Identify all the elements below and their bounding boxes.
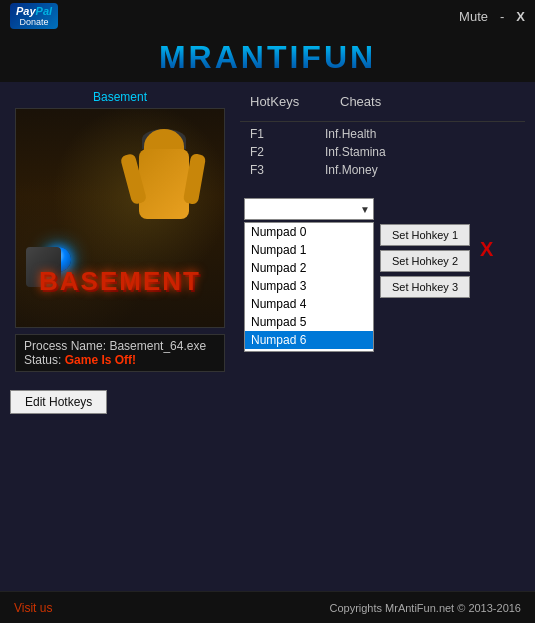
cheat-key: F3 xyxy=(250,163,305,177)
edit-hotkeys-area: Edit Hotkeys xyxy=(0,380,535,424)
key-list-item[interactable]: Numpad 3 xyxy=(245,277,373,295)
hotkeys-header: HotKeys xyxy=(250,94,310,109)
process-label: Process Name: xyxy=(24,339,106,353)
set-hotkey-buttons: Set Hohkey 1 Set Hohkey 2 Set Hohkey 3 xyxy=(380,224,470,298)
cheats-header: Cheats xyxy=(340,94,381,109)
close-button[interactable]: X xyxy=(516,9,525,24)
cheat-list: F1Inf.HealthF2Inf.StaminaF3Inf.Money xyxy=(240,126,525,178)
paypal-text: PayPal xyxy=(16,5,52,17)
cheat-row: F2Inf.Stamina xyxy=(244,144,521,160)
key-listbox[interactable]: Numpad 0Numpad 1Numpad 2Numpad 3Numpad 4… xyxy=(244,222,374,352)
status-line: Status: Game Is Off! xyxy=(24,353,216,367)
status-label: Status: xyxy=(24,353,61,367)
hotkey-editor: ▼ Numpad 0Numpad 1Numpad 2Numpad 3Numpad… xyxy=(240,194,525,356)
column-headers: HotKeys Cheats xyxy=(240,90,525,113)
mute-button[interactable]: Mute xyxy=(459,9,488,24)
paypal-donate-button[interactable]: PayPal Donate xyxy=(10,3,58,29)
key-list-item[interactable]: Numpad 6 xyxy=(245,331,373,349)
cheat-name: Inf.Money xyxy=(325,163,378,177)
set-hotkey-3-button[interactable]: Set Hohkey 3 xyxy=(380,276,470,298)
main-content: Basement BASEMENT Process Name: Basement… xyxy=(0,82,535,380)
set-hotkey-2-button[interactable]: Set Hohkey 2 xyxy=(380,250,470,272)
key-list-item[interactable]: Numpad 5 xyxy=(245,313,373,331)
key-list-item[interactable]: Numpad 0 xyxy=(245,223,373,241)
right-panel: HotKeys Cheats F1Inf.HealthF2Inf.Stamina… xyxy=(240,90,525,372)
key-list-item[interactable]: Numpad 2 xyxy=(245,259,373,277)
visit-us-link[interactable]: Visit us xyxy=(14,601,52,615)
cheat-row: F1Inf.Health xyxy=(244,126,521,142)
char-body xyxy=(139,149,189,219)
donate-label: Donate xyxy=(20,17,49,27)
cheat-name: Inf.Health xyxy=(325,127,376,141)
basement-title-overlay: BASEMENT xyxy=(39,266,201,297)
dropdown-wrapper[interactable]: ▼ xyxy=(244,198,374,220)
minimize-button[interactable]: - xyxy=(500,9,504,24)
cheat-name: Inf.Stamina xyxy=(325,145,386,159)
footer: Visit us Copyrights MrAntiFun.net © 2013… xyxy=(0,591,535,623)
window-controls: Mute - X xyxy=(459,9,525,24)
app-title: MRANTIFUN xyxy=(159,39,376,76)
cheat-key: F2 xyxy=(250,145,305,159)
hotkey-dropdown[interactable] xyxy=(244,198,374,220)
key-list-item[interactable]: Numpad 4 xyxy=(245,295,373,313)
status-value: Game Is Off! xyxy=(65,353,136,367)
edit-hotkeys-button[interactable]: Edit Hotkeys xyxy=(10,390,107,414)
process-info: Process Name: Basement_64.exe Status: Ga… xyxy=(15,334,225,372)
game-label: Basement xyxy=(93,90,147,104)
process-name-line: Process Name: Basement_64.exe xyxy=(24,339,216,353)
cheat-key: F1 xyxy=(250,127,305,141)
header-divider xyxy=(240,121,525,122)
key-list-item[interactable]: Numpad 1 xyxy=(245,241,373,259)
clear-hotkey-button[interactable]: X xyxy=(476,238,497,261)
set-hotkey-1-button[interactable]: Set Hohkey 1 xyxy=(380,224,470,246)
left-panel: Basement BASEMENT Process Name: Basement… xyxy=(10,90,230,372)
copyright-text: Copyrights MrAntiFun.net © 2013-2016 xyxy=(329,602,521,614)
game-image: BASEMENT xyxy=(15,108,225,328)
title-bar: PayPal Donate Mute - X xyxy=(0,0,535,32)
hotkey-selector-area: ▼ Numpad 0Numpad 1Numpad 2Numpad 3Numpad… xyxy=(244,198,374,352)
character-figure xyxy=(124,129,204,249)
key-list-item[interactable]: Numpad 7 xyxy=(245,349,373,352)
app-title-area: MRANTIFUN xyxy=(0,32,535,82)
process-name-value: Basement_64.exe xyxy=(109,339,206,353)
cheat-row: F3Inf.Money xyxy=(244,162,521,178)
